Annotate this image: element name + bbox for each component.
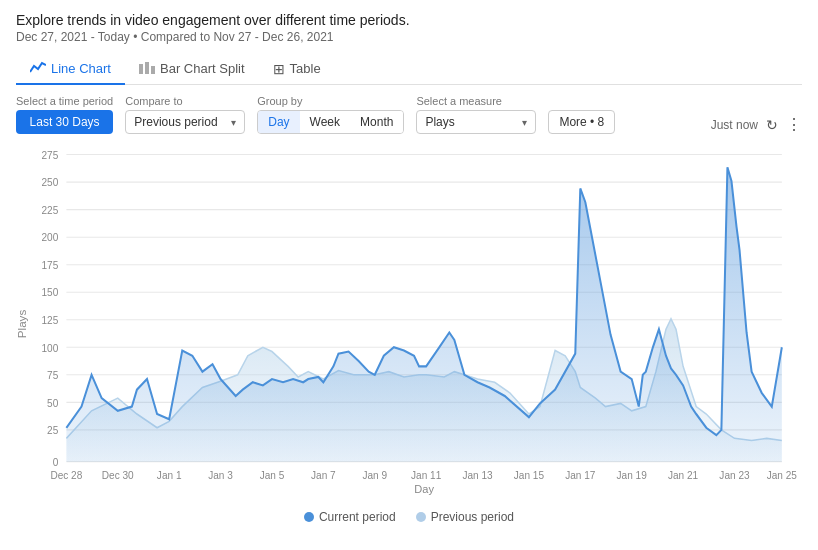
svg-text:Jan 5: Jan 5: [260, 469, 285, 480]
time-period-button[interactable]: Last 30 Days: [16, 110, 113, 134]
svg-text:Jan 15: Jan 15: [514, 469, 544, 480]
page-subtitle: Dec 27, 2021 - Today • Compared to Nov 2…: [16, 30, 802, 44]
chart-container: Plays 275 250 225 200 175 150 125 100 75: [16, 144, 802, 504]
svg-text:150: 150: [42, 287, 59, 298]
svg-text:100: 100: [42, 342, 59, 353]
svg-text:250: 250: [42, 177, 59, 188]
svg-text:Jan 3: Jan 3: [208, 469, 233, 480]
svg-text:0: 0: [53, 457, 59, 468]
group-day-button[interactable]: Day: [258, 111, 299, 133]
group-by-group: Group by Day Week Month: [257, 95, 404, 134]
controls-bar: Select a time period Last 30 Days Compar…: [16, 95, 802, 134]
legend-previous: Previous period: [416, 510, 514, 524]
compare-group: Compare to Previous period ▾: [125, 95, 245, 134]
svg-text:Plays: Plays: [16, 309, 28, 338]
group-by-label: Group by: [257, 95, 404, 107]
previous-period-dot: [416, 512, 426, 522]
time-period-group: Select a time period Last 30 Days: [16, 95, 113, 134]
options-icon[interactable]: ⋮: [786, 115, 802, 134]
svg-text:225: 225: [42, 205, 59, 216]
compare-dropdown[interactable]: Previous period ▾: [125, 110, 245, 134]
refresh-icon[interactable]: ↻: [766, 117, 778, 133]
svg-text:75: 75: [47, 370, 58, 381]
svg-text:Jan 1: Jan 1: [157, 469, 182, 480]
chevron-down-icon-2: ▾: [522, 117, 527, 128]
compare-label: Compare to: [125, 95, 245, 107]
svg-text:Jan 19: Jan 19: [617, 469, 647, 480]
svg-text:Day: Day: [414, 483, 434, 495]
time-period-label: Select a time period: [16, 95, 113, 107]
chevron-down-icon: ▾: [231, 117, 236, 128]
group-by-buttons: Day Week Month: [257, 110, 404, 134]
svg-text:Dec 30: Dec 30: [102, 469, 134, 480]
tab-bar-chart-split[interactable]: Bar Chart Split: [125, 54, 259, 85]
current-period-label: Current period: [319, 510, 396, 524]
tab-table-label: Table: [290, 61, 321, 76]
svg-text:Jan 11: Jan 11: [411, 469, 441, 480]
group-week-button[interactable]: Week: [300, 111, 350, 133]
svg-text:200: 200: [42, 232, 59, 243]
svg-rect-1: [145, 62, 149, 74]
more-button[interactable]: More • 8: [548, 110, 615, 134]
tab-line-chart-label: Line Chart: [51, 61, 111, 76]
controls-right: Just now ↻ ⋮: [711, 115, 802, 134]
measure-group: Select a measure Plays ▾: [416, 95, 536, 134]
svg-text:50: 50: [47, 397, 58, 408]
svg-text:125: 125: [42, 315, 59, 326]
measure-label: Select a measure: [416, 95, 536, 107]
svg-text:25: 25: [47, 425, 58, 436]
svg-rect-2: [151, 66, 155, 74]
svg-text:Jan 17: Jan 17: [565, 469, 595, 480]
chart-legend: Current period Previous period: [16, 510, 802, 524]
line-chart-icon: [30, 60, 46, 77]
measure-dropdown[interactable]: Plays ▾: [416, 110, 536, 134]
tab-line-chart[interactable]: Line Chart: [16, 54, 125, 85]
compare-value: Previous period: [134, 115, 217, 129]
measure-value: Plays: [425, 115, 454, 129]
svg-text:Dec 28: Dec 28: [50, 469, 82, 480]
svg-text:175: 175: [42, 260, 59, 271]
table-icon: ⊞: [273, 61, 285, 77]
svg-text:Jan 13: Jan 13: [462, 469, 492, 480]
legend-current: Current period: [304, 510, 396, 524]
svg-text:Jan 23: Jan 23: [719, 469, 749, 480]
svg-text:Jan 9: Jan 9: [362, 469, 387, 480]
svg-text:Jan 21: Jan 21: [668, 469, 698, 480]
tab-bar-chart-label: Bar Chart Split: [160, 61, 245, 76]
bar-chart-icon: [139, 60, 155, 77]
page-title: Explore trends in video engagement over …: [16, 12, 802, 28]
chart-svg: Plays 275 250 225 200 175 150 125 100 75: [16, 144, 802, 504]
current-period-dot: [304, 512, 314, 522]
svg-text:Jan 7: Jan 7: [311, 469, 336, 480]
svg-rect-0: [139, 64, 143, 74]
last-updated-text: Just now: [711, 118, 758, 132]
group-month-button[interactable]: Month: [350, 111, 403, 133]
svg-text:Jan 25: Jan 25: [767, 469, 797, 480]
svg-text:275: 275: [42, 150, 59, 161]
previous-period-label: Previous period: [431, 510, 514, 524]
chart-type-tabs: Line Chart Bar Chart Split ⊞ Table: [16, 54, 802, 85]
tab-table[interactable]: ⊞ Table: [259, 54, 335, 85]
